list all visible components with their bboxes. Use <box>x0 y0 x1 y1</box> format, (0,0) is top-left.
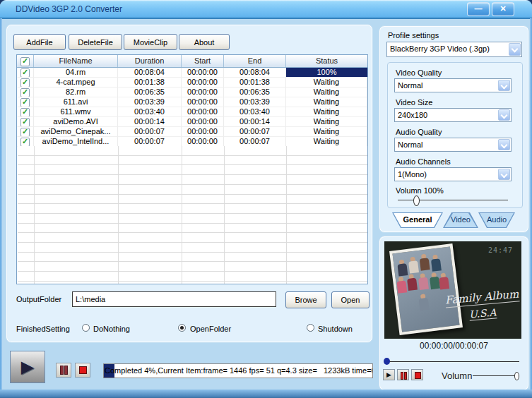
row-checkbox[interactable]: ✓ <box>17 88 34 97</box>
radio-donothing[interactable] <box>82 324 90 332</box>
column-header-duration[interactable]: Duration <box>118 55 182 67</box>
row-checkbox[interactable]: ✓ <box>17 97 34 107</box>
checkbox-checked-icon: ✓ <box>20 78 30 88</box>
person-figure <box>420 294 426 299</box>
dropdown-arrow-icon[interactable] <box>498 169 510 180</box>
table-row[interactable]: ✓ 4-cat.mpeg 00:01:38 00:00:00 00:01:38 … <box>17 78 367 88</box>
checkbox-checked-icon: ✓ <box>20 128 30 137</box>
column-header-status[interactable]: Status <box>286 55 367 67</box>
table-row[interactable]: ✓ 611.wmv 00:03:40 00:00:00 00:03:40 Wai… <box>17 107 367 117</box>
close-icon: ✕ <box>500 4 506 13</box>
person-figure <box>398 277 404 282</box>
radio-shutdown-label[interactable]: Shutdown <box>318 325 353 333</box>
dropdown-arrow-icon[interactable] <box>498 109 510 121</box>
status-badge: Waiting <box>286 88 367 97</box>
deletefile-button[interactable]: DeleteFile <box>69 34 122 50</box>
radio-shutdown[interactable] <box>307 324 314 332</box>
radio-openfolder-label[interactable]: OpenFolder <box>190 325 231 333</box>
minimize-button[interactable]: — <box>467 2 490 16</box>
progress-bar: Completed 4%,Current Item:frame= 1446 fp… <box>103 363 373 378</box>
stop-button[interactable] <box>75 363 90 378</box>
row-checkbox[interactable]: ✓ <box>17 137 34 147</box>
audio-channels-label: Audio Channels <box>396 157 451 166</box>
checkbox-checked-icon: ✓ <box>20 88 30 97</box>
app-window: DDVideo 3GP 2.0 Converter — ✕ AddFile De… <box>0 0 532 398</box>
volume-slider-thumb[interactable] <box>413 195 420 206</box>
about-button[interactable]: About <box>179 34 230 50</box>
preview-stop-button[interactable] <box>411 369 423 380</box>
dropdown-arrow-icon[interactable] <box>498 80 510 91</box>
close-button[interactable]: ✕ <box>492 2 514 16</box>
video-preview[interactable]: 24:47 Family Album U.S.A <box>384 241 521 339</box>
checkbox-checked-icon: ✓ <box>20 57 30 66</box>
start-convert-button[interactable]: ▶ <box>10 351 45 383</box>
row-checkbox[interactable]: ✓ <box>17 78 34 88</box>
table-header: ✓ FileName Duration Start End Status <box>17 55 367 68</box>
open-button[interactable]: Open <box>331 291 370 308</box>
preview-volume-label: Volumn <box>442 370 472 381</box>
video-quality-label: Video Quality <box>396 68 442 77</box>
person-figure <box>420 273 425 279</box>
table-row[interactable]: ✓ 04.rm 00:08:04 00:00:00 00:08:04 100% <box>17 68 367 78</box>
preview-pause-button[interactable] <box>397 369 409 380</box>
title-bar: DDVideo 3GP 2.0 Converter — ✕ <box>0 0 532 19</box>
window-title: DDVideo 3GP 2.0 Converter <box>16 4 122 14</box>
pause-button[interactable] <box>56 363 71 378</box>
preview-volume-thumb[interactable] <box>514 372 519 380</box>
preview-panel: 24:47 Family Album U.S.A 00:00:00/00:00:… <box>379 236 529 391</box>
table-row[interactable]: ✓ aviDemo_Cinepak... 00:00:07 00:00:00 0… <box>17 127 367 137</box>
audio-quality-dropdown[interactable]: Normal <box>394 138 512 152</box>
output-folder-input[interactable]: L:\media <box>72 291 276 307</box>
tab-audio[interactable]: Audio <box>478 212 515 228</box>
checkbox-checked-icon: ✓ <box>20 108 30 117</box>
radio-donothing-label[interactable]: DoNothing <box>93 325 130 333</box>
row-checkbox[interactable]: ✓ <box>17 127 34 137</box>
preview-play-button[interactable]: ▶ <box>383 369 395 380</box>
person-figure <box>432 255 438 260</box>
audio-channels-dropdown[interactable]: 1(Mono) <box>394 167 512 181</box>
seek-slider-track[interactable] <box>386 361 519 362</box>
addfile-button[interactable]: AddFile <box>13 34 66 50</box>
person-figure <box>408 274 414 279</box>
table-row[interactable]: ✓ aviDemo.AVI 00:00:14 00:00:00 00:00:14… <box>17 117 367 127</box>
play-icon: ▶ <box>386 371 391 378</box>
stop-icon <box>79 366 87 374</box>
window-left-edge <box>0 18 2 390</box>
status-badge: Waiting <box>286 107 367 117</box>
table-row[interactable]: ✓ 82.rm 00:06:35 00:00:00 00:06:35 Waiti… <box>17 88 367 97</box>
tab-general[interactable]: General <box>392 212 443 228</box>
stop-icon <box>415 372 421 379</box>
dropdown-arrow-icon[interactable] <box>509 43 521 56</box>
video-quality-dropdown[interactable]: Normal <box>394 78 512 92</box>
person-figure <box>440 272 446 278</box>
finished-setting-label: FinishedSetting <box>16 325 70 333</box>
select-all-checkbox[interactable]: ✓ <box>17 55 34 67</box>
preview-volume-track[interactable] <box>473 375 517 376</box>
person-figure <box>399 260 405 265</box>
table-empty-area <box>18 146 367 284</box>
row-checkbox[interactable]: ✓ <box>17 68 34 78</box>
family-photo <box>389 243 463 335</box>
dropdown-arrow-icon[interactable] <box>498 139 510 150</box>
video-size-dropdown[interactable]: 240x180 <box>394 108 512 122</box>
output-folder-label: OutputFolder <box>16 295 61 303</box>
movieclip-button[interactable]: MovieClip <box>124 34 177 50</box>
row-checkbox[interactable]: ✓ <box>17 107 34 117</box>
seek-slider-thumb[interactable] <box>384 358 390 365</box>
column-header-end[interactable]: End <box>224 55 286 67</box>
row-checkbox[interactable]: ✓ <box>17 117 34 127</box>
table-row[interactable]: ✓ aviDemo_IntelInd... 00:00:07 00:00:00 … <box>17 137 367 147</box>
volume-label: Volumn 100% <box>396 186 444 195</box>
status-badge: Waiting <box>286 97 367 107</box>
status-badge: Waiting <box>286 137 367 147</box>
profile-preset-dropdown[interactable]: BlackBerry 3GP Video (.3gp) <box>386 42 522 57</box>
person-figure <box>421 254 427 260</box>
table-row[interactable]: ✓ 611.avi 00:03:39 00:00:00 00:03:39 Wai… <box>17 97 367 107</box>
tab-video[interactable]: Video <box>443 212 478 228</box>
column-header-filename[interactable]: FileName <box>34 55 118 67</box>
window-bottom-edge <box>0 390 532 398</box>
person-figure <box>431 272 437 278</box>
browse-button[interactable]: Browe <box>285 291 326 308</box>
radio-openfolder[interactable] <box>178 324 186 332</box>
column-header-start[interactable]: Start <box>182 55 224 67</box>
